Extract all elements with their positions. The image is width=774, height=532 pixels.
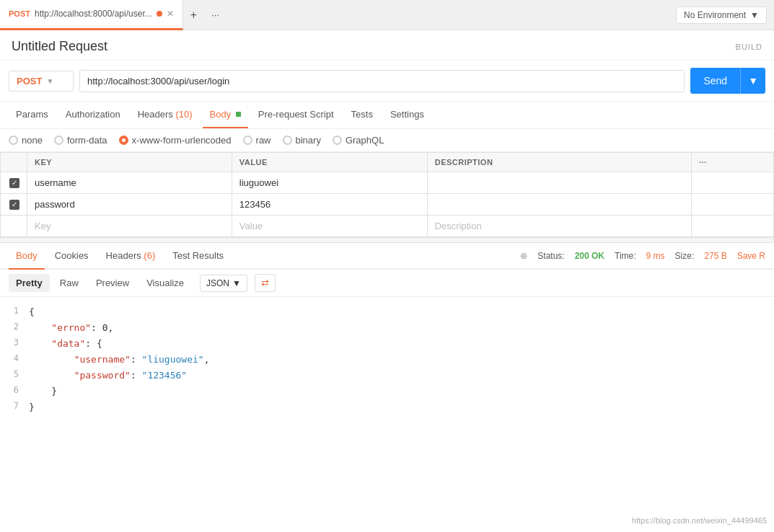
response-code-area: 1 { 2 "errno": 0, 3 "data": { 4 "usernam… bbox=[0, 297, 774, 422]
page-header: Untitled Request BUILD bbox=[0, 30, 774, 61]
tab-body[interactable]: Body bbox=[203, 102, 248, 128]
format-arrow-icon: ▼ bbox=[232, 278, 241, 288]
fmt-raw[interactable]: Raw bbox=[53, 274, 86, 292]
new-description-placeholder: Description bbox=[427, 216, 691, 237]
table-more-button[interactable]: ··· bbox=[691, 153, 773, 172]
line-content-5: "password": "123456" bbox=[29, 368, 187, 384]
section-divider bbox=[0, 237, 774, 243]
code-line-7: 7 } bbox=[0, 399, 774, 415]
status-label: Status: bbox=[537, 251, 564, 261]
resp-tab-headers[interactable]: Headers (6) bbox=[99, 243, 163, 270]
code-line-5: 5 "password": "123456" bbox=[0, 368, 774, 384]
col-value: VALUE bbox=[232, 153, 427, 172]
request-tab[interactable]: POST http://localhost:8000/api/user... ✕ bbox=[0, 0, 183, 30]
code-line-2: 2 "errno": 0, bbox=[0, 320, 774, 336]
environment-selector[interactable]: No Environment ▼ bbox=[676, 6, 767, 24]
format-type-selector[interactable]: JSON ▼ bbox=[200, 275, 247, 292]
new-tab-button[interactable]: + bbox=[183, 9, 204, 22]
radio-form-data bbox=[54, 136, 63, 145]
label-raw: raw bbox=[256, 135, 271, 146]
line-num-5: 5 bbox=[0, 368, 29, 379]
code-line-1: 1 { bbox=[0, 304, 774, 320]
radio-binary bbox=[283, 136, 292, 145]
resp-tab-cookies[interactable]: Cookies bbox=[48, 243, 96, 270]
new-key-placeholder[interactable]: Key bbox=[27, 216, 232, 237]
method-label: POST bbox=[17, 76, 42, 87]
time-label: Time: bbox=[615, 251, 636, 261]
label-urlencoded: x-www-form-urlencoded bbox=[132, 135, 232, 146]
line-content-4: "username": "liuguowei", bbox=[29, 352, 209, 368]
size-value: 275 B bbox=[704, 251, 726, 261]
send-dropdown-icon[interactable]: ▼ bbox=[741, 69, 765, 92]
top-bar: POST http://localhost:8000/api/user... ✕… bbox=[0, 0, 774, 30]
body-dot bbox=[236, 112, 241, 117]
body-type-raw[interactable]: raw bbox=[243, 135, 271, 146]
new-value-placeholder[interactable]: Value bbox=[232, 216, 427, 237]
radio-graphql bbox=[333, 136, 342, 145]
method-selector[interactable]: POST ▼ bbox=[9, 71, 74, 92]
resp-headers-badge: (6) bbox=[144, 250, 155, 261]
page-title: Untitled Request bbox=[12, 39, 107, 54]
globe-icon[interactable]: ⊕ bbox=[520, 251, 527, 261]
tab-url: http://localhost:8000/api/user... bbox=[35, 9, 152, 19]
url-input[interactable] bbox=[79, 70, 685, 92]
line-content-7: } bbox=[29, 399, 35, 415]
time-value: 9 ms bbox=[646, 251, 665, 261]
tab-tests[interactable]: Tests bbox=[344, 102, 380, 128]
tab-settings[interactable]: Settings bbox=[383, 102, 431, 128]
code-line-3: 3 "data": { bbox=[0, 336, 774, 352]
line-num-7: 7 bbox=[0, 399, 29, 411]
tab-prerequest[interactable]: Pre-request Script bbox=[251, 102, 341, 128]
body-type-none[interactable]: none bbox=[9, 135, 43, 146]
col-description: DESCRIPTION bbox=[427, 153, 691, 172]
row2-checkbox[interactable] bbox=[9, 200, 19, 210]
table-row: password 123456 bbox=[1, 194, 774, 216]
save-response-button[interactable]: Save R bbox=[737, 251, 765, 261]
row2-description[interactable] bbox=[427, 194, 691, 216]
tab-method: POST bbox=[9, 9, 30, 18]
line-content-3: "data": { bbox=[29, 336, 102, 352]
tab-authorization[interactable]: Authorization bbox=[58, 102, 128, 128]
line-num-3: 3 bbox=[0, 336, 29, 347]
line-content-2: "errno": 0, bbox=[29, 320, 113, 336]
response-tabs-bar: Body Cookies Headers (6) Test Results ⊕ … bbox=[0, 243, 774, 270]
method-dropdown-icon: ▼ bbox=[46, 77, 53, 85]
label-none: none bbox=[22, 135, 43, 146]
label-graphql: GraphQL bbox=[346, 135, 384, 146]
row1-checkbox[interactable] bbox=[9, 178, 19, 188]
body-type-urlencoded[interactable]: x-www-form-urlencoded bbox=[119, 135, 232, 146]
body-type-graphql[interactable]: GraphQL bbox=[333, 135, 384, 146]
line-content-6: } bbox=[29, 384, 57, 399]
row2-value[interactable]: 123456 bbox=[232, 194, 427, 216]
body-type-form-data[interactable]: form-data bbox=[54, 135, 107, 146]
row1-value[interactable]: liuguowei bbox=[232, 172, 427, 194]
radio-urlencoded bbox=[119, 136, 128, 145]
resp-tab-test-results[interactable]: Test Results bbox=[165, 243, 231, 270]
code-line-6: 6 } bbox=[0, 384, 774, 399]
send-label: Send bbox=[690, 69, 740, 92]
tab-close-icon[interactable]: ✕ bbox=[167, 9, 174, 19]
col-key: KEY bbox=[27, 153, 232, 172]
fmt-visualize[interactable]: Visualize bbox=[139, 274, 191, 292]
code-line-4: 4 "username": "liuguowei", bbox=[0, 352, 774, 368]
more-tabs-button[interactable]: ··· bbox=[204, 9, 227, 20]
resp-tab-body[interactable]: Body bbox=[9, 243, 45, 270]
row1-key[interactable]: username bbox=[27, 172, 232, 194]
response-toolbar: Pretty Raw Preview Visualize JSON ▼ ⇄ bbox=[0, 270, 774, 297]
tab-params[interactable]: Params bbox=[9, 102, 56, 128]
label-form-data: form-data bbox=[67, 135, 107, 146]
fmt-preview[interactable]: Preview bbox=[89, 274, 136, 292]
label-binary: binary bbox=[296, 135, 321, 146]
word-wrap-button[interactable]: ⇄ bbox=[255, 274, 276, 292]
body-type-binary[interactable]: binary bbox=[283, 135, 321, 146]
headers-badge: (10) bbox=[175, 109, 192, 120]
radio-raw bbox=[243, 136, 252, 145]
request-tabs: Params Authorization Headers (10) Body P… bbox=[0, 102, 774, 129]
fmt-pretty[interactable]: Pretty bbox=[9, 274, 50, 292]
line-num-4: 4 bbox=[0, 352, 29, 363]
tab-headers[interactable]: Headers (10) bbox=[131, 102, 200, 128]
send-button[interactable]: Send ▼ bbox=[690, 68, 765, 94]
row2-key[interactable]: password bbox=[27, 194, 232, 216]
line-num-1: 1 bbox=[0, 304, 29, 316]
row1-description[interactable] bbox=[427, 172, 691, 194]
